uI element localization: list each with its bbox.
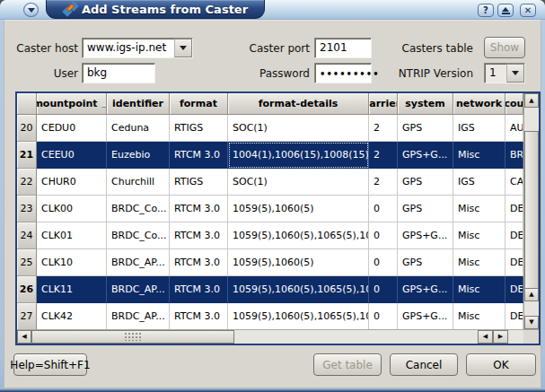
- row-number[interactable]: 26: [17, 276, 37, 303]
- table-cell[interactable]: IGS: [453, 169, 505, 196]
- table-cell[interactable]: 1059(5),1060(5),1065(5),106...: [228, 276, 369, 303]
- get-table-button[interactable]: Get table: [313, 353, 382, 376]
- column-header[interactable]: mountpoint: [37, 93, 107, 115]
- row-number[interactable]: 23: [17, 196, 37, 222]
- table-cell[interactable]: CLK01: [37, 222, 107, 249]
- table-cell[interactable]: 0: [369, 303, 398, 329]
- column-header[interactable]: format: [170, 93, 228, 115]
- table-cell[interactable]: 0: [369, 196, 398, 222]
- row-number[interactable]: 25: [17, 249, 37, 276]
- table-row[interactable]: 22CHUR0ChurchillRTIGSSOC(1)2GPSIGSCAN: [17, 169, 523, 196]
- help-button[interactable]: Help=Shift+F1: [13, 353, 87, 376]
- table-cell[interactable]: BRA: [505, 142, 523, 169]
- table-cell[interactable]: GPS: [398, 115, 453, 142]
- table-cell[interactable]: DEU: [505, 196, 523, 222]
- ntrip-version-dropdown-button[interactable]: [506, 64, 524, 83]
- table-cell[interactable]: 0: [369, 222, 398, 249]
- help-window-button[interactable]: ?: [478, 4, 494, 17]
- window-menu-button[interactable]: [23, 3, 39, 17]
- table-cell[interactable]: CHUR0: [37, 169, 107, 196]
- column-header[interactable]: identifier: [107, 93, 170, 115]
- table-cell[interactable]: GPS: [398, 169, 453, 196]
- table-cell[interactable]: RTCM 3.0: [170, 249, 228, 276]
- scroll-up-button-bottom[interactable]: ▲: [524, 288, 539, 301]
- table-cell[interactable]: GPS: [398, 196, 453, 222]
- table-cell[interactable]: 1004(1),1006(15),1008(15),1...: [228, 142, 369, 169]
- table-row[interactable]: 25CLK10BRDC_AP...RTCM 3.01059(5),1060(5)…: [17, 249, 523, 276]
- table-cell[interactable]: RTCM 3.0: [170, 196, 228, 222]
- password-input[interactable]: •••••••••: [314, 63, 372, 83]
- table-cell[interactable]: CLK10: [37, 249, 107, 276]
- table-cell[interactable]: CLK11: [37, 276, 107, 303]
- table-cell[interactable]: SOC(1): [228, 115, 369, 142]
- ntrip-version-combobox[interactable]: 1: [484, 63, 525, 83]
- table-cell[interactable]: RTCM 3.0: [170, 222, 228, 249]
- row-number[interactable]: 27: [17, 303, 37, 329]
- show-button[interactable]: Show: [484, 37, 525, 58]
- scroll-left-button-right[interactable]: ◀: [478, 330, 493, 344]
- ok-button[interactable]: OK: [466, 353, 536, 376]
- column-header[interactable]: :arrier: [369, 93, 398, 115]
- cancel-button[interactable]: Cancel: [390, 353, 458, 376]
- column-header[interactable]: network: [453, 93, 505, 115]
- table-cell[interactable]: CAN: [505, 169, 523, 196]
- scroll-up-button[interactable]: ▲: [524, 93, 539, 108]
- scroll-down-button[interactable]: ▼: [524, 316, 539, 329]
- table-cell[interactable]: 2: [369, 142, 398, 169]
- table-cell[interactable]: 1059(5),1060(5),1065(5),106...: [228, 303, 369, 329]
- table-cell[interactable]: 1059(5),1060(5): [228, 249, 369, 276]
- table-cell[interactable]: Misc: [453, 222, 505, 249]
- table-cell[interactable]: DEU: [505, 222, 523, 249]
- table-cell[interactable]: Misc: [453, 196, 505, 222]
- table-cell[interactable]: DEU: [505, 276, 523, 303]
- table-cell[interactable]: BRDC_AP...: [107, 276, 170, 303]
- table-cell[interactable]: IGS: [453, 115, 505, 142]
- table-cell[interactable]: RTCM 3.0: [170, 276, 228, 303]
- horizontal-scrollbar[interactable]: ◀ ◀ ▶: [17, 329, 539, 344]
- table-cell[interactable]: 2: [369, 115, 398, 142]
- vertical-scrollbar[interactable]: ▲ ▲ ▼: [523, 93, 539, 329]
- table-cell[interactable]: Misc: [453, 303, 505, 329]
- table-cell[interactable]: BRDC_Co...: [107, 222, 170, 249]
- vertical-scrollbar-thumb[interactable]: [524, 131, 539, 291]
- horizontal-scrollbar-thumb[interactable]: [31, 330, 234, 344]
- table-cell[interactable]: CEEU0: [37, 142, 107, 169]
- table-cell[interactable]: DEU: [505, 249, 523, 276]
- table-cell[interactable]: 1059(5),1060(5): [228, 196, 369, 222]
- table-cell[interactable]: BRDC_Co...: [107, 196, 170, 222]
- table-corner-header[interactable]: [17, 93, 37, 115]
- table-row[interactable]: 21CEEU0EuzebioRTCM 3.01004(1),1006(15),1…: [17, 142, 523, 169]
- column-header[interactable]: format-details: [228, 93, 369, 115]
- table-cell[interactable]: 0: [369, 276, 398, 303]
- table-cell[interactable]: Euzebio: [107, 142, 170, 169]
- caster-host-dropdown-button[interactable]: [174, 39, 192, 57]
- table-cell[interactable]: Ceduna: [107, 115, 170, 142]
- table-row[interactable]: 27CLK42BRDC_AP...RTCM 3.01059(5),1060(5)…: [17, 303, 523, 329]
- row-number[interactable]: 21: [17, 142, 37, 169]
- table-cell[interactable]: SOC(1): [228, 169, 369, 196]
- table-cell[interactable]: GPS+G...: [398, 222, 453, 249]
- shade-window-button[interactable]: [497, 4, 514, 17]
- table-cell[interactable]: BRDC_AP...: [107, 249, 170, 276]
- table-row[interactable]: 20CEDU0CedunaRTIGSSOC(1)2GPSIGSAUS: [17, 115, 523, 142]
- table-row[interactable]: 26CLK11BRDC_AP...RTCM 3.01059(5),1060(5)…: [17, 276, 523, 303]
- table-cell[interactable]: Churchill: [107, 169, 170, 196]
- table-cell[interactable]: DEU: [505, 303, 523, 329]
- table-cell[interactable]: RTIGS: [170, 169, 228, 196]
- table-cell[interactable]: BRDC_AP...: [107, 303, 170, 329]
- table-cell[interactable]: GPS+G...: [398, 303, 453, 329]
- table-cell[interactable]: CLK42: [37, 303, 107, 329]
- scroll-left-button[interactable]: ◀: [17, 330, 31, 344]
- column-header[interactable]: system: [398, 93, 453, 115]
- row-number[interactable]: 24: [17, 222, 37, 249]
- table-cell[interactable]: GPS+G...: [398, 142, 453, 169]
- table-cell[interactable]: RTIGS: [170, 115, 228, 142]
- table-cell[interactable]: RTCM 3.0: [170, 303, 228, 329]
- table-cell[interactable]: Misc: [453, 142, 505, 169]
- scroll-right-button[interactable]: ▶: [493, 330, 508, 344]
- table-cell[interactable]: CEDU0: [37, 115, 107, 142]
- row-number[interactable]: 22: [17, 169, 37, 196]
- table-cell[interactable]: 1059(5),1060(5),1065(5),106...: [228, 222, 369, 249]
- table-cell[interactable]: RTCM 3.0: [170, 142, 228, 169]
- table-cell[interactable]: AUS: [505, 115, 523, 142]
